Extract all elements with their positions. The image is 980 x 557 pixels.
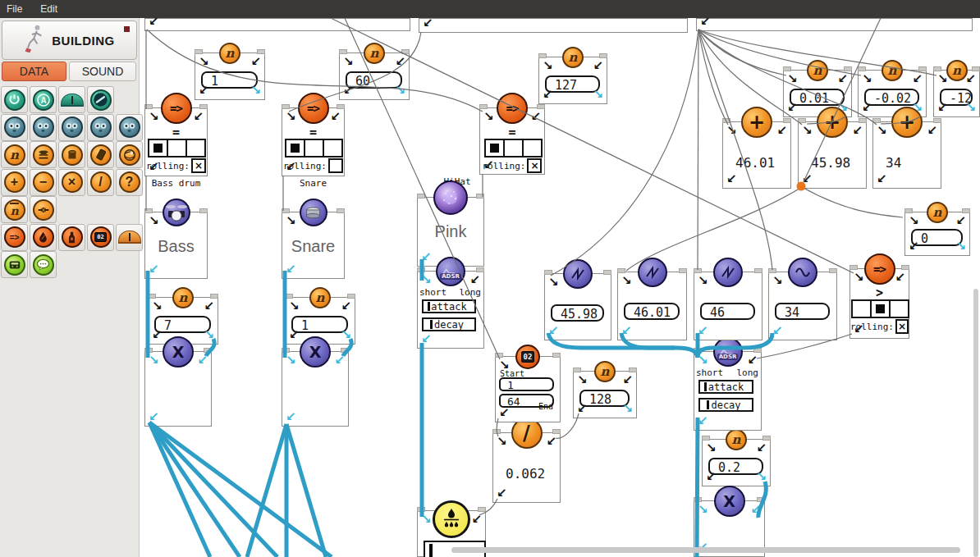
vertical-scrollbar[interactable]: [973, 289, 978, 557]
rolling-checkbox[interactable]: ×: [527, 158, 542, 173]
inlet-tr[interactable]: ↙: [330, 111, 341, 123]
inlet-tr[interactable]: ↙: [593, 60, 603, 72]
inlet-tl[interactable]: ↘: [152, 300, 163, 313]
palette-button-number[interactable]: n: [1, 141, 28, 168]
rolling-checkbox[interactable]: [328, 158, 343, 173]
horizontal-scrollbar[interactable]: [451, 547, 960, 553]
inlet-tl[interactable]: ↘: [483, 111, 494, 123]
value-field[interactable]: 60: [346, 71, 402, 89]
trigger-hihat[interactable]: ↘↙↙=>=rolling:×HiHat: [479, 107, 545, 175]
start-field[interactable]: 1: [499, 377, 554, 391]
value-field[interactable]: 1: [291, 316, 348, 333]
plus-45p98[interactable]: ↘↙↙+45.98: [798, 121, 867, 189]
inlet-tl[interactable]: ↘: [286, 215, 296, 227]
inlet-tl[interactable]: ↘: [286, 354, 296, 367]
plus-46p01[interactable]: ↘↙↙+46.01: [722, 121, 791, 189]
palette-button-globe[interactable]: [116, 141, 143, 168]
rolling-checkbox[interactable]: ×: [895, 319, 909, 334]
step-cells[interactable]: [282, 139, 344, 158]
palette-button-dome[interactable]: [58, 86, 85, 113]
outlet-br[interactable]: ↘: [593, 89, 603, 101]
inlet-tl[interactable]: ↘: [149, 215, 159, 227]
outlet-br[interactable]: ↘: [250, 84, 261, 97]
inlet-tr[interactable]: ↙: [197, 354, 208, 367]
outlet-bl[interactable]: ↙: [421, 333, 432, 345]
outlet-br[interactable]: ↘: [395, 84, 405, 97]
num-0p2[interactable]: ↘↙↙↘n0.2: [702, 439, 771, 486]
outlet-bl[interactable]: ↙: [854, 323, 864, 336]
top-box-a[interactable]: ↙: [144, 18, 410, 31]
palette-button-robot-face-5[interactable]: [116, 114, 143, 141]
sound-bass[interactable]: ↘↙Bass: [144, 212, 208, 279]
osc-45p98[interactable]: ↘↙45.98: [544, 273, 611, 340]
inlet-tl[interactable]: ↘: [698, 504, 708, 516]
outlet-bl[interactable]: ↙: [343, 84, 354, 97]
outlet-br[interactable]: ↘: [341, 329, 351, 341]
adsr-2[interactable]: ↘↙↙ADSRshortlongattackdecay: [694, 351, 762, 431]
value-field[interactable]: 0.2: [708, 458, 763, 475]
inlet-tl[interactable]: ↘: [149, 354, 159, 367]
menu-file[interactable]: File: [7, 3, 22, 15]
num-m12[interactable]: ↘↙↙↘n-12: [933, 70, 980, 117]
inlet-tr[interactable]: ↙: [193, 111, 204, 123]
mult-snare[interactable]: ↘↙↙X: [282, 351, 349, 427]
top-box-c[interactable]: ↙: [696, 18, 973, 31]
inlet-tl[interactable]: ↘: [343, 56, 354, 68]
inlet-tl[interactable]: ↘: [802, 125, 813, 137]
inlet-tr[interactable]: ↙: [471, 514, 482, 526]
trigger-snare[interactable]: ↘↙↙=>=rolling:Snare: [282, 107, 345, 176]
inlet-tl[interactable]: ↘: [909, 215, 919, 227]
osc-34[interactable]: ↘↙34: [768, 272, 837, 340]
inlet-tr[interactable]: ↙: [927, 125, 937, 137]
outlet-br[interactable]: ↘: [965, 102, 976, 114]
outlet-bl[interactable]: ↙: [909, 240, 919, 253]
mult-bass[interactable]: ↘↙↙X: [144, 351, 212, 427]
inlet-tr[interactable]: ↙: [204, 300, 214, 313]
outlet-bl[interactable]: ↙: [199, 84, 209, 97]
outlet-bl[interactable]: ↙: [706, 471, 717, 483]
palette-button-minus[interactable]: −: [30, 169, 57, 196]
inlet-tr[interactable]: ↙: [469, 274, 480, 286]
inlet-tl[interactable]: ↘: [497, 436, 507, 448]
outlet-bl[interactable]: ↙: [543, 89, 553, 101]
inlet-tr[interactable]: ↙: [546, 436, 556, 448]
inlet-tl[interactable]: ↘: [726, 125, 737, 137]
num-127[interactable]: ↘↙↙↘n127: [538, 57, 607, 104]
palette-button-power[interactable]: [1, 86, 28, 113]
palette-button-nbar[interactable]: n: [1, 196, 28, 223]
outlet-bl[interactable]: ↙: [726, 173, 737, 185]
app-title-button[interactable]: BUILDING: [2, 21, 137, 60]
inlet-tl[interactable]: ↘: [854, 272, 864, 284]
inlet-tl[interactable]: ↘: [199, 56, 209, 68]
inlet-tl[interactable]: ↘: [787, 73, 798, 85]
outlet-bl[interactable]: ↙: [698, 325, 708, 337]
inlet-tl[interactable]: ↘: [421, 514, 432, 526]
palette-button-robot-face-4[interactable]: [87, 114, 114, 141]
outlet-bl[interactable]: ↙: [621, 325, 632, 337]
palette-button-robot-face-2[interactable]: [30, 114, 57, 141]
inlet-tr[interactable]: ↙: [341, 300, 351, 313]
inlet-tl[interactable]: ↘: [499, 359, 510, 372]
inlet-tr[interactable]: ↙: [250, 56, 261, 68]
outlet-bl[interactable]: ↙: [802, 173, 813, 185]
divide-1[interactable]: ↘↙↙/0.062: [492, 432, 561, 503]
value-field[interactable]: 127: [545, 75, 600, 93]
osc-46p01[interactable]: ↘↙46.01: [617, 272, 687, 340]
outlet-bl[interactable]: ↙: [149, 411, 159, 423]
inlet-tl[interactable]: ↘: [772, 275, 783, 287]
value-field[interactable]: 1: [201, 71, 258, 89]
inlet-tr[interactable]: ↙: [837, 73, 848, 85]
inlet-tl[interactable]: ↘: [621, 275, 632, 287]
outlet-br[interactable]: ↘: [622, 403, 633, 415]
inlet-tr[interactable]: ↙: [852, 125, 863, 137]
inlet-tl[interactable]: ↘: [421, 274, 432, 286]
palette-button-plug[interactable]: [30, 196, 57, 223]
inlet-tl[interactable]: ↘: [877, 125, 887, 137]
plus-34[interactable]: ↘↙↙+34: [872, 121, 941, 189]
outlet-bl[interactable]: ↙: [787, 102, 798, 114]
decay-slider[interactable]: decay: [698, 398, 753, 412]
outlet-bl[interactable]: ↙: [937, 102, 948, 114]
palette-button-multiply[interactable]: ×: [58, 169, 85, 196]
inlet-tr[interactable]: ↙: [530, 111, 541, 123]
counter-1[interactable]: ↘↙02Start164End: [495, 356, 561, 422]
